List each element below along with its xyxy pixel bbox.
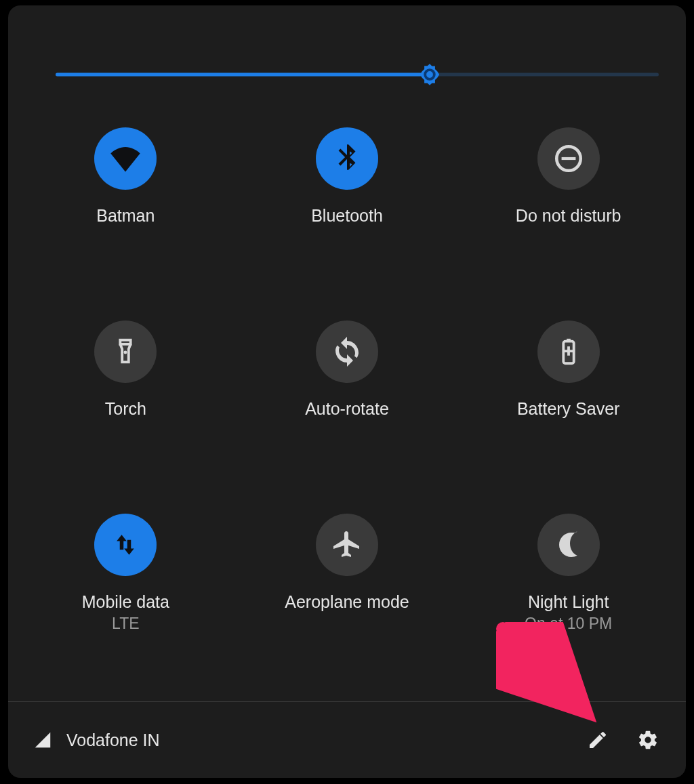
- tile-mobile-data-circle: [94, 514, 157, 576]
- tile-torch-label: Torch: [105, 399, 146, 419]
- svg-point-4: [124, 350, 127, 354]
- edit-tiles-button[interactable]: [581, 724, 614, 756]
- tile-torch[interactable]: Torch: [15, 321, 237, 419]
- pencil-icon: [587, 729, 609, 751]
- dnd-icon: [552, 142, 586, 176]
- carrier-label: Vodafone IN: [66, 730, 160, 750]
- tile-wifi[interactable]: Batman: [15, 127, 237, 226]
- tile-torch-circle: [94, 321, 157, 383]
- tile-bluetooth[interactable]: Bluetooth: [237, 127, 458, 226]
- svg-rect-3: [121, 340, 131, 344]
- tile-dnd-label: Do not disturb: [516, 206, 621, 226]
- background-sliver: [0, 0, 8, 784]
- tile-dnd[interactable]: Do not disturb: [457, 127, 679, 226]
- footer-bar: Vodafone IN: [8, 702, 686, 778]
- quick-settings-panel: Batman Bluetooth Do not disturb: [8, 5, 686, 778]
- tile-night-light-sub: On at 10 PM: [525, 615, 612, 633]
- tile-aeroplane-mode-circle: [316, 514, 378, 576]
- tile-bluetooth-label: Bluetooth: [311, 206, 383, 226]
- tile-mobile-data[interactable]: Mobile data LTE: [15, 514, 237, 633]
- gear-icon: [637, 729, 659, 751]
- signal-icon: [33, 730, 53, 750]
- autorotate-icon: [331, 335, 363, 368]
- torch-icon: [110, 336, 141, 367]
- mobiledata-icon: [110, 530, 140, 560]
- tile-aeroplane-mode[interactable]: Aeroplane mode: [237, 514, 458, 633]
- tile-dnd-circle: [537, 127, 600, 190]
- settings-button[interactable]: [632, 724, 664, 756]
- nightlight-icon: [552, 529, 585, 561]
- tile-mobile-data-sub: LTE: [112, 615, 139, 633]
- airplane-icon: [331, 529, 363, 561]
- brightness-track-fill: [56, 73, 430, 77]
- battery-icon: [553, 336, 584, 367]
- tile-battery-saver-circle: [537, 321, 600, 383]
- svg-rect-6: [567, 339, 571, 342]
- brightness-thumb[interactable]: [417, 62, 443, 87]
- tile-night-light-circle: [537, 514, 600, 576]
- tile-night-light[interactable]: Night Light On at 10 PM: [457, 514, 679, 633]
- tile-wifi-circle: [94, 127, 157, 190]
- svg-line-7: [503, 629, 577, 703]
- svg-point-0: [425, 70, 434, 79]
- svg-rect-2: [561, 157, 575, 160]
- tile-battery-saver-label: Battery Saver: [517, 399, 619, 419]
- tile-autorotate-circle: [316, 321, 378, 383]
- brightness-icon: [417, 62, 443, 87]
- tile-autorotate-label: Auto-rotate: [305, 399, 389, 419]
- brightness-slider[interactable]: [56, 61, 659, 88]
- tile-aeroplane-mode-label: Aeroplane mode: [285, 592, 409, 612]
- tile-bluetooth-circle: [316, 127, 378, 190]
- wifi-icon: [108, 141, 143, 176]
- tiles-grid: Batman Bluetooth Do not disturb: [8, 127, 686, 633]
- tile-battery-saver[interactable]: Battery Saver: [457, 321, 679, 419]
- tile-wifi-label: Batman: [96, 206, 155, 226]
- bluetooth-icon: [330, 142, 364, 176]
- tile-mobile-data-label: Mobile data: [82, 592, 169, 612]
- tile-autorotate[interactable]: Auto-rotate: [237, 321, 458, 419]
- tile-night-light-label: Night Light: [528, 592, 609, 612]
